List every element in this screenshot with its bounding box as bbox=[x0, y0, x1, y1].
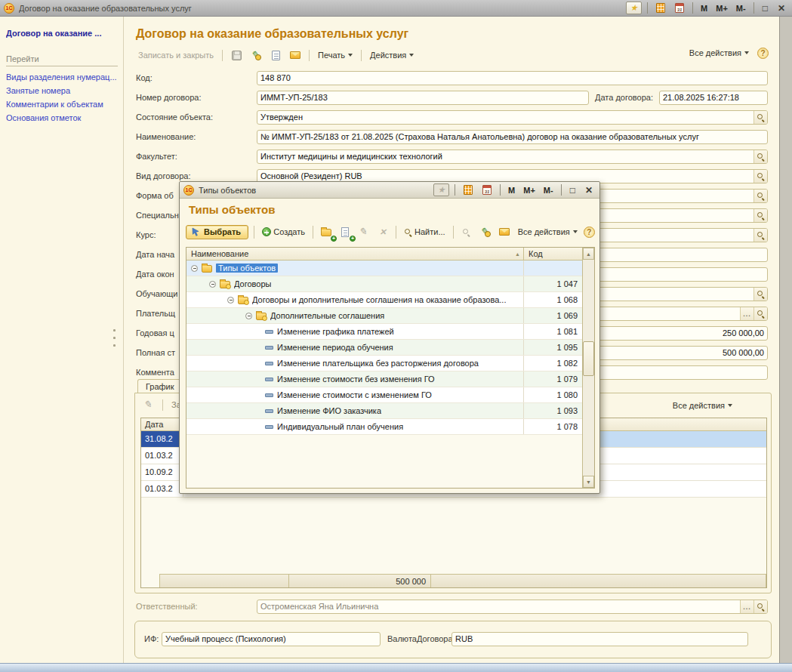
toolbar-separator bbox=[692, 2, 693, 14]
tree-row[interactable]: Индивидуальный план обучения 1 078 bbox=[186, 419, 582, 435]
collapse-icon[interactable] bbox=[209, 281, 216, 288]
memory-m-plus-button[interactable]: М+ bbox=[713, 4, 730, 13]
tree-row[interactable]: Изменение стоимости без изменения ГО 1 0… bbox=[186, 371, 582, 387]
column-header-date[interactable]: Дата bbox=[141, 418, 183, 430]
all-actions-button[interactable]: Все действия bbox=[687, 47, 751, 59]
memory-m-button[interactable]: М bbox=[506, 186, 517, 195]
tree-row[interactable]: Изменение плательщика без расторжения до… bbox=[186, 356, 582, 371]
collapse-icon[interactable] bbox=[245, 313, 252, 319]
find-button[interactable]: Найти... bbox=[402, 226, 448, 238]
lookup-button[interactable] bbox=[753, 209, 767, 222]
lookup-button[interactable] bbox=[753, 307, 767, 320]
name-input[interactable]: № ИММТ-УП-25/183 от 21.08.2025 (Страхова… bbox=[257, 130, 768, 144]
send-button[interactable] bbox=[497, 225, 512, 239]
delete-button[interactable] bbox=[375, 225, 390, 239]
maximize-button[interactable]: □ bbox=[567, 185, 578, 196]
column-header-name[interactable]: Наименование▲ bbox=[186, 248, 523, 260]
currency-input[interactable]: RUB bbox=[451, 632, 748, 646]
contract-number-input[interactable]: ИММТ-УП-25/183 bbox=[257, 91, 589, 105]
select-button[interactable]: Выбрать bbox=[186, 225, 248, 239]
sidebar-link-comments[interactable]: Комментарии к объектам bbox=[6, 100, 116, 109]
tree-row[interactable]: Типы объектов bbox=[186, 260, 582, 276]
clear-search-icon bbox=[462, 228, 470, 236]
new-item-button[interactable] bbox=[337, 225, 353, 239]
object-state-input[interactable]: Утвержден bbox=[257, 110, 768, 125]
new-folder-button[interactable] bbox=[319, 225, 334, 239]
lookup-button[interactable] bbox=[753, 600, 767, 613]
edit-row-button[interactable] bbox=[141, 398, 156, 412]
tree-row[interactable]: Дополнительные соглашения 1 069 bbox=[186, 308, 582, 324]
memory-m-button[interactable]: М bbox=[698, 4, 710, 13]
lookup-button[interactable] bbox=[753, 170, 767, 183]
code-input[interactable]: 148 870 bbox=[257, 71, 768, 85]
sidebar-link-numeration[interactable]: Виды разделения нумерац... bbox=[6, 72, 116, 82]
calculator-button[interactable] bbox=[653, 1, 668, 15]
field-label: Годовая ц bbox=[136, 328, 174, 338]
date-cell: 31.08.2 bbox=[141, 431, 183, 447]
lookup-button[interactable] bbox=[753, 111, 767, 124]
send-button[interactable] bbox=[288, 48, 303, 63]
dropdown-caret-icon bbox=[573, 230, 578, 233]
lookup-button[interactable] bbox=[753, 150, 767, 163]
scroll-down-icon[interactable]: ▼ bbox=[583, 476, 594, 488]
ellipsis-button[interactable]: ... bbox=[740, 307, 753, 320]
scrollbar-track[interactable] bbox=[583, 260, 594, 476]
calculator-button[interactable] bbox=[461, 183, 476, 197]
tree-row[interactable]: Изменение периода обучения 1 095 bbox=[186, 340, 582, 356]
favorites-star-button[interactable] bbox=[626, 2, 642, 14]
memory-m-minus-button[interactable]: М- bbox=[734, 4, 748, 13]
memory-m-plus-button[interactable]: М+ bbox=[521, 186, 538, 195]
post-document-button[interactable] bbox=[248, 48, 263, 63]
close-button[interactable]: ✕ bbox=[775, 3, 788, 14]
ellipsis-button[interactable]: ... bbox=[740, 600, 753, 613]
field-value: Утвержден bbox=[257, 111, 753, 124]
search-icon bbox=[757, 310, 765, 318]
all-actions-button[interactable]: Все действия bbox=[516, 226, 580, 238]
responsible-input[interactable]: Остроменская Яна Ильинична... bbox=[257, 600, 768, 614]
collapse-icon[interactable] bbox=[191, 265, 198, 272]
lookup-button[interactable] bbox=[753, 288, 767, 301]
scroll-up-icon[interactable]: ▲ bbox=[583, 248, 594, 260]
journal-button[interactable] bbox=[268, 48, 283, 63]
calendar-button[interactable] bbox=[479, 183, 495, 197]
calendar-button[interactable] bbox=[672, 1, 687, 15]
favorites-star-button[interactable] bbox=[433, 183, 449, 196]
actions-button[interactable]: Действия bbox=[368, 49, 416, 61]
scrollbar-thumb[interactable] bbox=[583, 341, 594, 376]
splitter-handle[interactable] bbox=[113, 329, 116, 347]
save-close-button[interactable]: Записать и закрыть bbox=[136, 49, 216, 61]
maximize-button[interactable]: □ bbox=[760, 3, 771, 14]
lookup-button[interactable] bbox=[753, 229, 767, 242]
collapse-icon[interactable] bbox=[227, 297, 234, 304]
all-actions-button[interactable]: Все действия bbox=[670, 399, 735, 412]
post-document-button[interactable] bbox=[478, 225, 493, 239]
tree-row[interactable]: Договоры и дополнительные соглашения на … bbox=[186, 292, 582, 308]
tab-schedule[interactable]: График bbox=[137, 379, 183, 393]
memory-m-minus-button[interactable]: М- bbox=[541, 186, 556, 195]
field-value: 21.08.2025 16:27:18 bbox=[660, 91, 767, 104]
tree-row[interactable]: Изменение ФИО заказчика 1 093 bbox=[186, 403, 582, 419]
sidebar-link-numbers[interactable]: Занятые номера bbox=[6, 86, 116, 95]
tree-row[interactable]: Договоры 1 047 bbox=[186, 276, 582, 292]
sidebar-current-item[interactable]: Договор на оказание ... bbox=[6, 29, 116, 38]
clear-search-button[interactable] bbox=[459, 225, 474, 239]
object-types-tree-table: Наименование▲ Код Типы объектов Договоры… bbox=[186, 247, 595, 489]
lookup-button[interactable] bbox=[753, 190, 767, 202]
column-header-code[interactable]: Код bbox=[523, 248, 582, 260]
vertical-scrollbar[interactable]: ▲ ▼ bbox=[582, 248, 594, 488]
dropdown-caret-icon bbox=[348, 54, 353, 57]
if-input[interactable]: Учебный процесс (Психология) bbox=[162, 632, 381, 646]
tree-item-code: 1 080 bbox=[523, 387, 582, 402]
edit-button[interactable] bbox=[356, 225, 371, 239]
help-button[interactable] bbox=[584, 227, 595, 238]
close-button[interactable]: ✕ bbox=[582, 185, 596, 196]
sidebar-link-marks[interactable]: Основания отметок bbox=[6, 113, 116, 122]
contract-date-input[interactable]: 21.08.2025 16:27:18 bbox=[659, 91, 768, 105]
print-button[interactable]: Печать bbox=[316, 49, 355, 61]
help-button[interactable] bbox=[757, 48, 769, 59]
faculty-input[interactable]: Институт медицины и медицинских технолог… bbox=[257, 150, 768, 164]
save-button[interactable] bbox=[229, 48, 244, 63]
tree-row[interactable]: Изменение графика платежей 1 081 bbox=[186, 324, 582, 340]
tree-row[interactable]: Изменение стоимости с изменением ГО 1 08… bbox=[186, 387, 582, 403]
create-button[interactable]: Создать bbox=[260, 226, 307, 238]
